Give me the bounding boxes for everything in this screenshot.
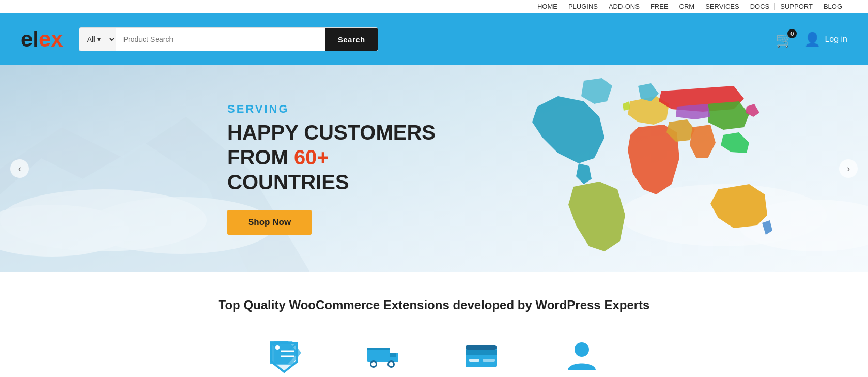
carousel-next-button[interactable]: › <box>839 159 858 178</box>
svg-point-21 <box>575 342 589 357</box>
cart-button[interactable]: 🛒 0 <box>776 31 794 48</box>
nav-docs[interactable]: DOCS <box>745 3 776 10</box>
svg-point-7 <box>275 345 280 350</box>
customer-icon <box>564 338 600 374</box>
hero-title: HAPPY CUSTOMERS FROM 60+ COUNTRIES <box>227 120 868 194</box>
shipping-icon <box>364 338 400 374</box>
hero-banner: SERVING HAPPY CUSTOMERS FROM 60+ COUNTRI… <box>0 65 868 272</box>
hero-content: SERVING HAPPY CUSTOMERS FROM 60+ COUNTRI… <box>0 102 868 235</box>
svg-rect-20 <box>466 345 497 350</box>
logo[interactable]: elex <box>21 28 63 50</box>
nav-services[interactable]: SERVICES <box>700 3 745 10</box>
svg-rect-17 <box>466 350 497 355</box>
features-grid: Pricing Shipping <box>21 338 847 377</box>
feature-customer: Customer <box>562 338 602 377</box>
login-label: Log in <box>825 35 847 44</box>
svg-rect-15 <box>367 348 390 350</box>
site-header: elex All ▾ Search 🛒 0 👤 Log in <box>0 13 868 65</box>
features-title: Top Quality WooCommerce Extensions devel… <box>21 298 847 312</box>
search-category-dropdown[interactable]: All ▾ <box>79 28 116 51</box>
payment-icon <box>463 338 499 374</box>
nav-free[interactable]: FREE <box>645 3 674 10</box>
logo-ex: ex <box>39 27 63 51</box>
carousel-prev-button[interactable]: ‹ <box>10 159 29 178</box>
feature-payment: Payment <box>462 338 499 377</box>
header-right: 🛒 0 👤 Log in <box>776 31 847 48</box>
svg-rect-18 <box>469 359 479 362</box>
nav-blog[interactable]: BLOG <box>818 3 847 10</box>
svg-point-12 <box>371 362 376 366</box>
hero-highlight: 60+ <box>294 146 329 169</box>
nav-support[interactable]: SUPPORT <box>775 3 818 10</box>
svg-point-14 <box>389 362 393 366</box>
features-section: Top Quality WooCommerce Extensions devel… <box>0 272 868 377</box>
login-button[interactable]: 👤 Log in <box>804 32 847 48</box>
nav-crm[interactable]: CRM <box>674 3 701 10</box>
nav-home[interactable]: HOME <box>532 3 563 10</box>
user-icon: 👤 <box>804 32 820 48</box>
hero-title-line1: HAPPY CUSTOMERS <box>227 121 436 144</box>
nav-addons[interactable]: ADD-ONS <box>603 3 645 10</box>
search-button[interactable]: Search <box>326 28 378 51</box>
search-bar: All ▾ Search <box>79 27 378 51</box>
top-navigation: HOME PLUGINS ADD-ONS FREE CRM SERVICES D… <box>0 0 868 13</box>
feature-pricing: Pricing <box>266 338 302 377</box>
hero-title-line2: FROM <box>227 146 294 169</box>
cart-count: 0 <box>787 29 797 38</box>
pricing-icon <box>266 338 302 374</box>
search-input[interactable] <box>116 28 326 51</box>
feature-shipping: Shipping <box>364 338 400 377</box>
svg-rect-19 <box>483 359 495 362</box>
nav-plugins[interactable]: PLUGINS <box>563 3 603 10</box>
logo-el: el <box>21 27 39 51</box>
hero-serving-text: SERVING <box>227 102 868 116</box>
shop-now-button[interactable]: Shop Now <box>227 210 312 235</box>
hero-title-line3: COUNTRIES <box>227 171 349 193</box>
